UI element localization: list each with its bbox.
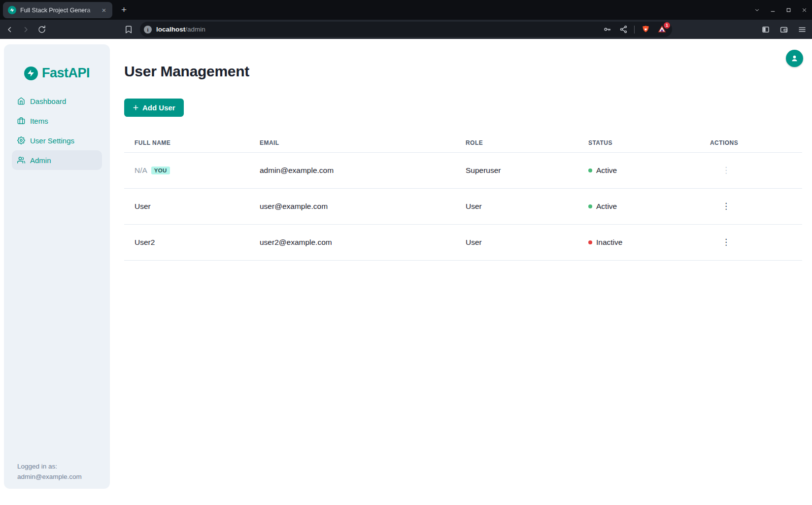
tab-close-icon[interactable]: × bbox=[100, 6, 108, 15]
browser-window: Full Stack Project Genera × + bbox=[0, 0, 812, 505]
sidebar-item-admin[interactable]: Admin bbox=[12, 150, 102, 170]
page-title: User Management bbox=[124, 63, 249, 80]
gear-icon bbox=[17, 136, 25, 144]
cell-full-name: User2 bbox=[124, 238, 249, 247]
bookmark-icon[interactable] bbox=[123, 24, 135, 35]
add-user-label: Add User bbox=[142, 103, 175, 112]
minimize-button[interactable] bbox=[765, 0, 780, 20]
forward-button[interactable] bbox=[20, 24, 32, 35]
sidebar-item-label: Admin bbox=[30, 156, 51, 165]
password-key-icon[interactable] bbox=[602, 24, 612, 35]
fastapi-favicon-icon bbox=[8, 6, 16, 14]
tab-title: Full Stack Project Genera bbox=[20, 7, 100, 14]
row-actions-menu-icon: ⋮ bbox=[719, 165, 733, 176]
share-icon[interactable] bbox=[618, 24, 629, 35]
cell-role: User bbox=[455, 238, 578, 247]
col-header-email: EMAIL bbox=[249, 139, 455, 146]
user-menu-button[interactable] bbox=[786, 50, 803, 67]
cell-role: User bbox=[455, 202, 578, 211]
status-dot-active bbox=[588, 204, 592, 208]
cell-role: Superuser bbox=[455, 166, 578, 175]
table-header-row: FULL NAME EMAIL ROLE STATUS ACTIONS bbox=[124, 133, 802, 153]
sidebar-item-dashboard[interactable]: Dashboard bbox=[12, 91, 102, 111]
plus-icon bbox=[133, 104, 139, 111]
sidebar-item-label: Dashboard bbox=[30, 97, 66, 105]
col-header-actions: ACTIONS bbox=[700, 139, 802, 146]
col-header-status: STATUS bbox=[578, 139, 700, 146]
wallet-icon[interactable] bbox=[778, 24, 790, 35]
cell-email: user2@example.com bbox=[249, 238, 455, 247]
maximize-button[interactable] bbox=[780, 0, 796, 20]
close-window-button[interactable] bbox=[796, 0, 812, 20]
cell-actions: ⋮ bbox=[700, 165, 802, 176]
table-row: User user@example.com User Active ⋮ bbox=[124, 189, 802, 225]
url-host: localhost bbox=[156, 26, 185, 33]
cell-status: Active bbox=[578, 166, 700, 175]
status-dot-inactive bbox=[588, 240, 592, 244]
url-text[interactable]: localhost/admin bbox=[156, 26, 596, 33]
col-header-role: ROLE bbox=[455, 139, 578, 146]
cell-actions: ⋮ bbox=[700, 237, 802, 248]
sidebar-item-items[interactable]: Items bbox=[12, 111, 102, 131]
sidebar-item-user-settings[interactable]: User Settings bbox=[12, 131, 102, 150]
cell-status: Active bbox=[578, 202, 700, 211]
row-actions-menu-icon[interactable]: ⋮ bbox=[719, 237, 733, 248]
sidebar-item-label: Items bbox=[30, 117, 48, 125]
cell-email: admin@example.com bbox=[249, 166, 455, 175]
sidebar-nav: Dashboard Items User Settings Admin bbox=[12, 91, 102, 170]
cell-full-name: N/A YOU bbox=[124, 166, 249, 175]
col-header-full-name: FULL NAME bbox=[124, 139, 249, 146]
cell-email: user@example.com bbox=[249, 202, 455, 211]
users-icon bbox=[17, 156, 25, 164]
app-page: FastAPI Dashboard Items User Settings A bbox=[0, 39, 812, 505]
logged-in-label: Logged in as: bbox=[17, 461, 82, 471]
logo-text: FastAPI bbox=[42, 66, 90, 81]
reload-button[interactable] bbox=[36, 24, 48, 35]
you-badge: YOU bbox=[151, 167, 170, 174]
cell-full-name: User bbox=[124, 202, 249, 211]
row-actions-menu-icon[interactable]: ⋮ bbox=[719, 201, 733, 212]
new-tab-button[interactable]: + bbox=[119, 5, 129, 15]
user-icon bbox=[790, 54, 799, 63]
table-row: N/A YOU admin@example.com Superuser Acti… bbox=[124, 153, 802, 189]
divider bbox=[634, 26, 635, 34]
briefcase-icon bbox=[17, 117, 25, 125]
cell-actions: ⋮ bbox=[700, 201, 802, 212]
users-table: FULL NAME EMAIL ROLE STATUS ACTIONS N/A … bbox=[124, 133, 802, 261]
table-row: User2 user2@example.com User Inactive ⋮ bbox=[124, 225, 802, 261]
logged-in-footer: Logged in as: admin@example.com bbox=[17, 461, 82, 482]
sidebar-panel-icon[interactable] bbox=[760, 24, 772, 35]
status-dot-active bbox=[588, 168, 592, 172]
back-button[interactable] bbox=[4, 24, 16, 35]
address-bar[interactable]: i localhost/admin 1 bbox=[140, 22, 672, 37]
logged-in-email: admin@example.com bbox=[17, 471, 82, 482]
add-user-button[interactable]: Add User bbox=[124, 99, 184, 117]
sidebar-item-label: User Settings bbox=[30, 136, 74, 145]
fastapi-logo: FastAPI bbox=[4, 44, 110, 81]
brave-rewards-icon[interactable]: 1 bbox=[656, 24, 667, 35]
url-path: /admin bbox=[185, 26, 205, 33]
rewards-badge: 1 bbox=[664, 22, 670, 29]
browser-tab[interactable]: Full Stack Project Genera × bbox=[3, 2, 112, 18]
site-info-icon[interactable]: i bbox=[144, 26, 152, 34]
home-icon bbox=[17, 97, 25, 105]
sidebar: FastAPI Dashboard Items User Settings A bbox=[4, 44, 110, 489]
tab-search-chevron-icon[interactable] bbox=[749, 0, 765, 20]
menu-hamburger-icon[interactable] bbox=[796, 24, 808, 35]
fastapi-bolt-icon bbox=[24, 67, 38, 80]
cell-status: Inactive bbox=[578, 238, 700, 247]
tab-strip: Full Stack Project Genera × + bbox=[0, 0, 812, 20]
brave-shield-icon[interactable] bbox=[640, 24, 651, 35]
